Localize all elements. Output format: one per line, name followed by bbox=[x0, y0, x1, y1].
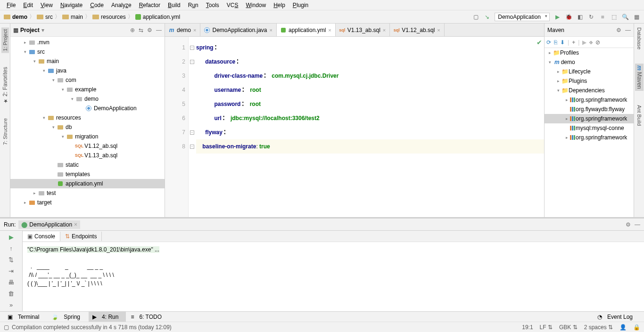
tree-file[interactable]: SQLV1.12_ab.sql bbox=[10, 141, 165, 151]
tree-file[interactable]: SQLV1.13_ab.sql bbox=[10, 151, 165, 160]
tree-node[interactable]: ▸test bbox=[10, 188, 165, 198]
menu-analyze[interactable]: Analyze bbox=[107, 1, 135, 9]
tree-node[interactable]: ▾main bbox=[10, 57, 165, 66]
gear-icon[interactable]: ⚙ bbox=[616, 27, 621, 33]
tool-ant[interactable]: Ant Build bbox=[636, 105, 642, 126]
maven-dep-selected[interactable]: ▸ org.springframework bbox=[545, 114, 634, 123]
settings-icon[interactable]: ▦ bbox=[633, 13, 640, 21]
tree-node[interactable]: ▾resources bbox=[10, 113, 165, 122]
menu-run[interactable]: Run bbox=[184, 1, 202, 9]
maven-node[interactable]: ▾mdemo bbox=[545, 57, 634, 67]
tool-run-active[interactable]: ▶ 4: Run bbox=[89, 312, 126, 322]
tool-todo[interactable]: ≡ 6: TODO bbox=[127, 312, 169, 322]
close-icon[interactable]: × bbox=[328, 27, 331, 33]
expand-icon[interactable]: ⇆ bbox=[139, 27, 143, 33]
lock-icon[interactable]: 🔒 bbox=[633, 324, 640, 331]
console-tab[interactable]: ▣Console bbox=[23, 232, 60, 241]
maven-dep[interactable]: org.flywaydb:flyway bbox=[545, 105, 634, 114]
tool-spring[interactable]: 🍃 Spring bbox=[48, 312, 88, 322]
tree-node[interactable]: ▾migration bbox=[10, 132, 165, 141]
add-icon[interactable]: + bbox=[572, 39, 575, 46]
menu-code[interactable]: Code bbox=[86, 1, 107, 9]
reload-icon[interactable]: ⟳ bbox=[546, 39, 551, 46]
tab-yml-active[interactable]: application.yml× bbox=[277, 24, 336, 36]
code-area[interactable]: spring: datasource: driver-class-name: c… bbox=[195, 37, 544, 217]
tree-node[interactable]: ▸target bbox=[10, 198, 165, 207]
build-icon[interactable]: ▢ bbox=[472, 13, 479, 21]
fold-icon[interactable]: − bbox=[190, 130, 194, 135]
line-separator[interactable]: LF ⇅ bbox=[540, 324, 553, 331]
tree-node[interactable]: ▾example bbox=[10, 85, 165, 94]
project-tree[interactable]: ▸.mvn ▾src ▾main ▾java ▾com ▾example ▾de… bbox=[10, 37, 165, 217]
gear-icon[interactable]: ⚙ bbox=[147, 27, 152, 33]
tool-structure[interactable]: 7: Structure bbox=[2, 118, 8, 145]
breadcrumb-item[interactable]: main bbox=[71, 14, 83, 20]
tree-node[interactable]: ▾src bbox=[10, 47, 165, 57]
menu-vcs[interactable]: VCS bbox=[223, 1, 242, 9]
tool-favorites[interactable]: ★ 2: Favorites bbox=[2, 67, 8, 104]
gear-icon[interactable]: ⚙ bbox=[626, 221, 631, 228]
tool-eventlog[interactable]: ◔ Event Log bbox=[594, 312, 640, 322]
tree-node[interactable]: ▾com bbox=[10, 75, 165, 85]
menu-window[interactable]: Window bbox=[242, 1, 270, 9]
profile-icon[interactable]: ↻ bbox=[587, 13, 595, 21]
rerun-icon[interactable]: ▶ bbox=[9, 233, 14, 241]
file-encoding[interactable]: GBK ⇅ bbox=[559, 324, 578, 331]
hide-icon[interactable]: — bbox=[625, 27, 631, 33]
up-icon[interactable]: ↑ bbox=[9, 244, 13, 252]
debug-icon[interactable]: 🐞 bbox=[565, 13, 572, 21]
structure-icon[interactable]: ⬚ bbox=[610, 13, 618, 21]
maven-node[interactable]: ▸📁 Lifecycle bbox=[545, 67, 634, 76]
menu-view[interactable]: View bbox=[37, 1, 57, 9]
tab-java[interactable]: DemoApplication.java× bbox=[200, 24, 277, 36]
hide-icon[interactable]: — bbox=[156, 27, 162, 33]
print-icon[interactable]: 🖶 bbox=[8, 278, 14, 286]
breadcrumb-file[interactable]: application.yml bbox=[143, 14, 180, 20]
maven-dep[interactable]: ▸ org.springframework bbox=[545, 133, 634, 142]
menu-build[interactable]: Build bbox=[164, 1, 184, 9]
fold-icon[interactable]: − bbox=[190, 46, 194, 50]
coverage-icon[interactable]: ◧ bbox=[576, 13, 584, 21]
breadcrumb-root[interactable]: demo bbox=[12, 14, 27, 20]
hammer-icon[interactable]: ↘ bbox=[483, 13, 491, 21]
tool-maven[interactable]: m Maven bbox=[635, 64, 644, 91]
menu-edit[interactable]: Edit bbox=[19, 1, 37, 9]
maven-dep[interactable]: mysql:mysql-conne bbox=[545, 123, 634, 133]
tab-demo[interactable]: mdemo× bbox=[165, 24, 200, 36]
menu-file[interactable]: File bbox=[3, 1, 19, 9]
stop-icon[interactable]: ■ bbox=[599, 13, 606, 21]
tab-sql[interactable]: sqlV1.13_ab.sql× bbox=[336, 24, 390, 36]
run-config-dropdown[interactable]: DemoApplication bbox=[495, 13, 550, 21]
tree-node[interactable]: static bbox=[10, 160, 165, 170]
tool-database[interactable]: Database bbox=[636, 27, 642, 49]
down-icon[interactable]: ⇅ bbox=[8, 255, 14, 264]
run-icon[interactable]: ▶ bbox=[553, 13, 561, 21]
tree-node[interactable]: ▾demo bbox=[10, 94, 165, 104]
maven-node[interactable]: ▸📁 Profiles bbox=[545, 48, 634, 57]
download-icon[interactable]: ⬇ bbox=[560, 39, 565, 46]
menu-tools[interactable]: Tools bbox=[202, 1, 223, 9]
code-editor[interactable]: ✔ 12345678 − − − − spring: datasource: d… bbox=[165, 37, 544, 217]
close-icon[interactable]: × bbox=[74, 221, 77, 228]
maven-node[interactable]: ▸📁 Plugins bbox=[545, 76, 634, 86]
menu-refactor[interactable]: Refactor bbox=[135, 1, 164, 9]
hide-icon[interactable]: — bbox=[635, 221, 640, 228]
tree-node[interactable]: ▾db bbox=[10, 122, 165, 132]
close-icon[interactable]: × bbox=[383, 27, 386, 33]
menu-help[interactable]: Help bbox=[270, 1, 289, 9]
more-icon[interactable]: » bbox=[9, 300, 13, 309]
fold-icon[interactable]: − bbox=[190, 60, 194, 64]
exec-icon[interactable]: ⎆ bbox=[589, 39, 593, 46]
endpoints-tab[interactable]: ⇅Endpoints bbox=[60, 232, 102, 241]
inspection-icon[interactable]: 👤 bbox=[619, 324, 627, 331]
run-icon[interactable]: ▶ bbox=[582, 39, 586, 46]
tree-node[interactable]: ▾java bbox=[10, 66, 165, 75]
indent-setting[interactable]: 2 spaces ⇅ bbox=[584, 324, 613, 331]
trash-icon[interactable]: 🗑 bbox=[8, 289, 14, 298]
tree-file-selected[interactable]: application.yml bbox=[10, 179, 165, 188]
tree-file[interactable]: DemoApplication bbox=[10, 104, 165, 113]
close-icon[interactable]: × bbox=[270, 27, 272, 33]
menu-plugin[interactable]: Plugin bbox=[289, 1, 312, 9]
close-icon[interactable]: × bbox=[193, 27, 196, 33]
breadcrumb-item[interactable]: resources bbox=[101, 14, 126, 20]
